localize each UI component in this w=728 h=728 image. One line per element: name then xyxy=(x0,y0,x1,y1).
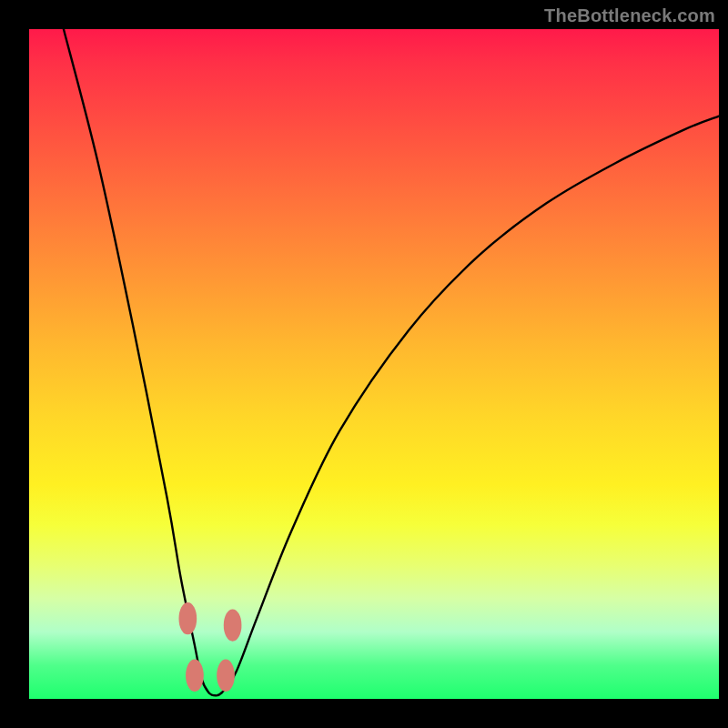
chart-svg xyxy=(0,0,728,728)
curve-marker xyxy=(186,660,204,692)
bottleneck-curve xyxy=(64,29,719,695)
frame: TheBottleneck.com xyxy=(0,0,728,728)
curve-markers xyxy=(178,602,241,692)
curve-marker xyxy=(224,609,242,641)
curve-marker xyxy=(178,602,197,634)
curve-marker xyxy=(217,660,235,692)
